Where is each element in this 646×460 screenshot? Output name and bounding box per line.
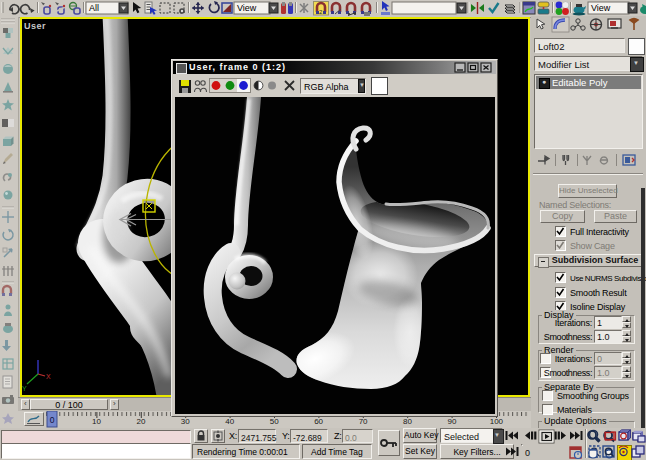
svg-text:View: View (237, 3, 257, 13)
svg-text:View: View (591, 3, 611, 13)
svg-text:20: 20 (136, 417, 145, 426)
svg-text:X: X (46, 373, 51, 380)
svg-text:0: 0 (50, 415, 55, 425)
svg-text:100: 100 (490, 417, 504, 426)
svg-text:80: 80 (403, 417, 412, 426)
svg-text:10: 10 (92, 417, 101, 426)
svg-text:User: User (24, 21, 46, 31)
svg-text:Y: Y (22, 385, 27, 392)
svg-text:70: 70 (359, 417, 368, 426)
svg-text:90: 90 (447, 417, 456, 426)
svg-text:60: 60 (314, 417, 323, 426)
svg-text:50: 50 (270, 417, 279, 426)
svg-text:40: 40 (225, 417, 234, 426)
svg-text:All: All (89, 3, 99, 13)
svg-text:30: 30 (181, 417, 190, 426)
